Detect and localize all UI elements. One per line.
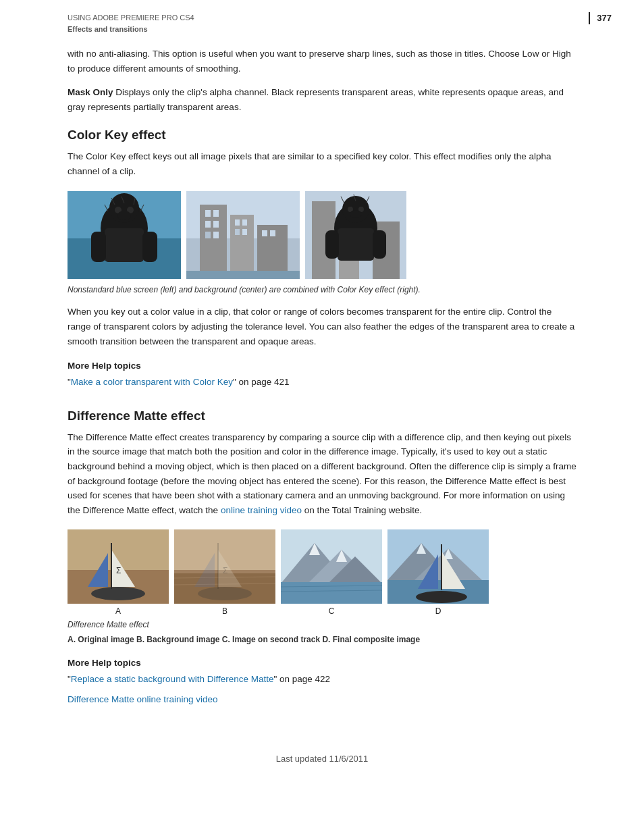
diff-matte-label-a: A	[115, 606, 121, 616]
section-name: Effects and transitions	[68, 24, 194, 35]
svg-rect-39	[338, 228, 374, 261]
diff-matte-image-b: Σ	[174, 529, 275, 604]
header-left: USING ADOBE PREMIERE PRO CS4 Effects and…	[68, 12, 194, 34]
svg-rect-24	[205, 232, 211, 238]
svg-rect-27	[242, 219, 247, 226]
diff-matte-image-a: Σ	[68, 529, 169, 604]
color-key-help-link-line: "Make a color transparent with Color Key…	[68, 375, 576, 390]
footer: Last updated 11/6/2011	[0, 733, 644, 777]
svg-rect-6	[142, 232, 157, 262]
diff-matte-caption-sub-bold: A. Original image B. Background image C.…	[68, 635, 420, 644]
svg-rect-20	[205, 210, 211, 217]
color-key-help-link[interactable]: Make a color transparent with Color Key	[71, 377, 233, 387]
diff-matte-image-c-wrap: C	[281, 529, 382, 616]
diff-matte-help-link2-line: Difference Matte online training video	[68, 692, 576, 707]
svg-point-80	[416, 591, 467, 603]
page: USING ADOBE PREMIERE PRO CS4 Effects and…	[0, 0, 644, 834]
svg-point-38	[342, 196, 369, 223]
svg-rect-4	[105, 228, 144, 262]
color-key-title: Color Key effect	[68, 128, 576, 142]
diff-matte-label-b: B	[222, 606, 227, 616]
diff-matte-caption-sub: A. Original image B. Background image C.…	[68, 633, 576, 646]
diff-matte-online-training-link[interactable]: online training video	[221, 505, 302, 515]
diff-matte-images: Σ A	[68, 529, 576, 616]
color-key-body1: The Color Key effect keys out all image …	[68, 149, 576, 178]
diff-matte-image-d-wrap: D	[387, 529, 489, 616]
color-key-image-caption: Nonstandard blue screen (left) and backg…	[68, 284, 576, 296]
color-key-image3	[305, 191, 406, 279]
svg-rect-41	[373, 230, 386, 259]
svg-rect-5	[91, 232, 106, 262]
color-key-body2: When you key out a color value in a clip…	[68, 305, 576, 348]
diff-matte-help-link2[interactable]: Difference Matte online training video	[68, 694, 218, 704]
diff-matte-title: Difference Matte effect	[68, 409, 576, 423]
diff-matte-image-b-wrap: Σ B	[174, 529, 275, 616]
intro-paragraph2: Mask Only Displays only the clip's alpha…	[68, 85, 576, 114]
diff-matte-body1: The Difference Matte effect creates tran…	[68, 430, 576, 518]
intro-paragraph1: with no anti-aliasing. This option is us…	[68, 47, 576, 76]
color-key-image1	[68, 191, 181, 279]
svg-text:Σ: Σ	[116, 566, 121, 575]
svg-rect-31	[270, 230, 275, 236]
svg-rect-25	[213, 232, 219, 238]
mask-only-label: Mask Only	[68, 87, 113, 97]
page-header: USING ADOBE PREMIERE PRO CS4 Effects and…	[0, 0, 644, 34]
svg-rect-28	[235, 229, 240, 235]
diff-matte-image-d	[387, 529, 489, 604]
diff-matte-help-link1[interactable]: Replace a static background with Differe…	[71, 674, 274, 684]
content: with no anti-aliasing. This option is us…	[0, 34, 644, 733]
svg-point-60	[198, 587, 252, 600]
svg-rect-40	[325, 230, 339, 259]
svg-point-47	[350, 210, 362, 218]
footer-text: Last updated 11/6/2011	[276, 754, 369, 764]
svg-rect-23	[213, 221, 219, 228]
svg-text:Σ: Σ	[223, 566, 227, 575]
color-key-more-help-title: More Help topics	[68, 361, 576, 371]
page-number: 377	[589, 12, 612, 24]
diff-matte-help-link1-line: "Replace a static background with Differ…	[68, 672, 576, 687]
svg-rect-21	[213, 210, 219, 217]
svg-rect-18	[230, 215, 254, 279]
svg-rect-30	[262, 230, 267, 236]
svg-point-50	[91, 587, 145, 600]
diff-matte-label-c: C	[329, 606, 335, 616]
svg-rect-29	[242, 229, 247, 235]
svg-rect-22	[205, 221, 211, 228]
color-key-images	[68, 191, 576, 279]
app-name: USING ADOBE PREMIERE PRO CS4	[68, 12, 194, 24]
diff-matte-image-c	[281, 529, 382, 604]
svg-point-14	[117, 211, 131, 220]
svg-rect-26	[235, 219, 240, 226]
diff-matte-caption-italic: Difference Matte effect	[68, 619, 576, 631]
diff-matte-more-help-title: More Help topics	[68, 658, 576, 668]
color-key-image2	[186, 191, 300, 279]
diff-matte-image-a-wrap: Σ A	[68, 529, 169, 616]
diff-matte-label-d: D	[435, 606, 441, 616]
svg-rect-32	[186, 271, 300, 279]
